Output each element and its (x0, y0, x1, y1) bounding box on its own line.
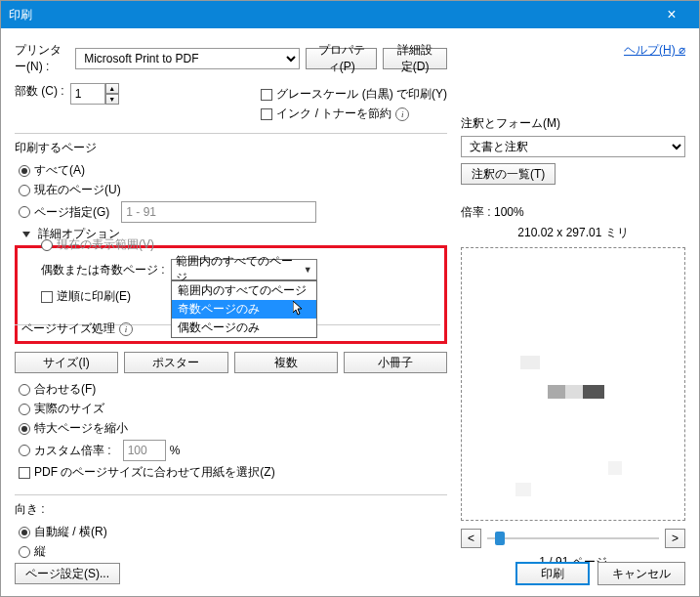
radio-actual[interactable] (19, 404, 30, 415)
info-icon[interactable]: i (119, 322, 133, 336)
custom-scale-label: カスタム倍率 : (34, 443, 111, 459)
cancel-button[interactable]: キャンセル (597, 562, 685, 585)
dropdown-option[interactable]: 偶数ページのみ (172, 319, 316, 337)
tab-multiple[interactable]: 複数 (234, 352, 338, 373)
inksave-label: インク / トナーを節約 (276, 106, 391, 122)
spinner-up-icon[interactable]: ▲ (105, 83, 119, 94)
custom-scale-unit: % (170, 444, 181, 457)
odd-even-label: 偶数または奇数ページ : (41, 262, 165, 278)
chevron-down-icon: ▼ (304, 265, 312, 275)
tab-booklet[interactable]: 小冊子 (344, 352, 447, 373)
radio-current-label: 現在のページ(U) (34, 182, 121, 198)
grayscale-checkbox[interactable] (261, 89, 272, 101)
copies-spinner[interactable]: ▲▼ (70, 83, 119, 105)
highlight-box: 現在の表示範囲(V) 偶数または奇数ページ : 範囲内のすべてのページ ▼ 範囲… (15, 245, 447, 344)
radio-current-view-label: 現在の表示範囲(V) (57, 236, 154, 253)
printer-select[interactable]: Microsoft Print to PDF (75, 48, 300, 69)
radio-all[interactable] (19, 165, 30, 177)
dropdown-option[interactable]: 奇数ページのみ (172, 300, 316, 319)
dimensions-label: 210.02 x 297.01 ミリ (461, 225, 685, 241)
dropdown-option[interactable]: 範囲内のすべてのページ (172, 281, 316, 300)
comments-group-label: 注釈とフォーム(M) (461, 115, 685, 132)
printer-label: プリンター(N) : (15, 42, 69, 75)
radio-auto-orient[interactable] (19, 527, 30, 538)
close-icon[interactable]: × (652, 6, 691, 23)
radio-actual-label: 実際のサイズ (34, 401, 104, 417)
print-button[interactable]: 印刷 (515, 562, 590, 585)
grayscale-label: グレースケール (白黒) で印刷(Y) (276, 86, 447, 103)
info-icon[interactable]: i (395, 107, 409, 121)
print-preview (461, 247, 685, 521)
spinner-down-icon[interactable]: ▼ (105, 94, 119, 105)
copies-label: 部数 (C) : (15, 83, 64, 100)
zoom-label: 倍率 : 100% (461, 204, 685, 221)
reverse-checkbox[interactable] (41, 291, 53, 303)
radio-auto-label: 自動縦 / 横(R) (34, 524, 107, 540)
radio-custom[interactable] (19, 445, 30, 456)
comments-summary-button[interactable]: 注釈の一覧(T) (461, 163, 556, 185)
pages-group-label: 印刷するページ (15, 140, 447, 156)
tab-size[interactable]: サイズ(I) (15, 352, 118, 373)
range-input[interactable] (121, 201, 316, 223)
reverse-label: 逆順に印刷(E) (57, 288, 131, 305)
radio-portrait[interactable] (19, 546, 30, 558)
orientation-group-label: 向き : (15, 501, 447, 518)
slider-thumb[interactable] (495, 532, 505, 545)
comments-select[interactable]: 文書と注釈 (461, 136, 685, 157)
odd-even-dropdown: 範囲内のすべてのページ 奇数ページのみ 偶数ページのみ (171, 280, 317, 338)
radio-shrink[interactable] (19, 423, 30, 435)
copies-input[interactable] (70, 83, 105, 105)
help-link[interactable]: ヘルプ(H) ⌀ (624, 43, 685, 57)
odd-even-select[interactable]: 範囲内のすべてのページ ▼ (171, 259, 317, 280)
page-slider[interactable] (487, 537, 659, 539)
window-title: 印刷 (9, 7, 652, 23)
radio-range[interactable] (19, 206, 30, 218)
radio-fit-label: 合わせる(F) (34, 381, 96, 398)
custom-scale-input[interactable] (123, 440, 166, 461)
radio-shrink-label: 特大ページを縮小 (34, 420, 128, 437)
inksave-checkbox[interactable] (261, 108, 272, 120)
radio-fit[interactable] (19, 384, 30, 396)
advanced-button[interactable]: 詳細設定(D) (383, 48, 447, 69)
radio-portrait-label: 縦 (34, 543, 46, 560)
prev-page-button[interactable]: < (461, 529, 481, 548)
next-page-button[interactable]: > (665, 529, 685, 548)
radio-range-label: ページ指定(G) (34, 204, 109, 221)
titlebar: 印刷 × (1, 1, 699, 28)
tab-poster[interactable]: ポスター (124, 352, 227, 373)
choose-paper-checkbox[interactable] (19, 467, 30, 479)
cursor-icon (293, 301, 305, 317)
radio-all-label: すべて(A) (34, 162, 85, 179)
choose-paper-label: PDF のページサイズに合わせて用紙を選択(Z) (34, 464, 275, 481)
sizing-group-label: ページサイズ処理 (21, 320, 115, 337)
page-setup-button[interactable]: ページ設定(S)... (15, 563, 120, 584)
properties-button[interactable]: プロパティ(P) (306, 48, 377, 69)
radio-current-view[interactable] (41, 239, 53, 251)
radio-current[interactable] (19, 185, 30, 196)
